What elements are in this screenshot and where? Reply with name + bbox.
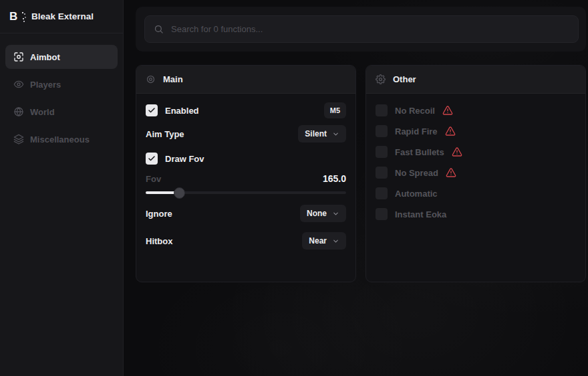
panel-other: Other No Recoil Rapid Fire Fast Bullets … bbox=[365, 65, 586, 282]
sidebar-item-players[interactable]: Players bbox=[5, 72, 118, 96]
warning-icon bbox=[452, 147, 462, 157]
sidebar-item-label: World bbox=[30, 107, 55, 117]
warning-icon bbox=[445, 126, 456, 136]
chevron-down-icon bbox=[332, 238, 339, 245]
warning-icon bbox=[442, 105, 453, 116]
app-title: Bleak External bbox=[31, 11, 94, 21]
sidebar-item-miscellaneous[interactable]: Miscellaneous bbox=[5, 127, 118, 151]
sidebar-nav: Aimbot Players World Miscellaneous bbox=[0, 33, 123, 160]
draw-fov-row: Draw Fov bbox=[146, 150, 346, 167]
no-spread-label: No Spread bbox=[395, 168, 438, 178]
panel-other-header: Other bbox=[366, 66, 585, 94]
enabled-label: Enabled bbox=[165, 106, 199, 116]
instant-eoka-label: Instant Eoka bbox=[395, 209, 446, 219]
fast-bullets-checkbox[interactable] bbox=[376, 146, 388, 158]
hitbox-value: Near bbox=[309, 236, 327, 246]
aim-type-value: Silent bbox=[305, 129, 327, 138]
logo-glitch-dots bbox=[22, 12, 23, 13]
rapid-fire-checkbox[interactable] bbox=[376, 125, 388, 137]
other-row-instant-eoka: Instant Eoka bbox=[376, 208, 576, 220]
enabled-toggle[interactable]: Enabled bbox=[146, 104, 199, 116]
chevron-down-icon bbox=[332, 130, 339, 138]
target-icon bbox=[146, 74, 156, 84]
panel-title: Other bbox=[393, 74, 416, 84]
fov-slider[interactable] bbox=[146, 187, 346, 198]
ignore-row: Ignore None bbox=[146, 205, 346, 222]
gear-icon bbox=[376, 74, 386, 84]
instant-eoka-checkbox[interactable] bbox=[376, 208, 388, 220]
automatic-checkbox[interactable] bbox=[376, 187, 388, 199]
ignore-label: Ignore bbox=[146, 209, 172, 219]
layers-icon bbox=[13, 134, 24, 145]
globe-icon bbox=[13, 106, 24, 117]
hitbox-label: Hitbox bbox=[146, 236, 172, 246]
ignore-dropdown[interactable]: None bbox=[300, 205, 346, 222]
other-row-rapid-fire: Rapid Fire bbox=[376, 125, 576, 137]
search-icon bbox=[154, 24, 164, 34]
no-recoil-checkbox[interactable] bbox=[376, 104, 388, 116]
sidebar-item-world[interactable]: World bbox=[5, 100, 118, 124]
hitbox-dropdown[interactable]: Near bbox=[302, 232, 346, 250]
no-spread-checkbox[interactable] bbox=[376, 167, 388, 179]
enabled-checkbox[interactable] bbox=[146, 104, 158, 116]
crosshair-icon bbox=[13, 52, 24, 62]
aim-type-label: Aim Type bbox=[146, 129, 184, 139]
ignore-value: None bbox=[307, 209, 327, 218]
sidebar-item-label: Miscellaneous bbox=[30, 134, 90, 145]
search-panel: Search for 0 functions... bbox=[136, 7, 586, 52]
rapid-fire-label: Rapid Fire bbox=[395, 126, 438, 136]
draw-fov-checkbox[interactable] bbox=[146, 153, 158, 165]
fast-bullets-label: Fast Bullets bbox=[395, 147, 444, 157]
other-row-no-spread: No Spread bbox=[376, 167, 576, 179]
draw-fov-label: Draw Fov bbox=[165, 154, 204, 164]
search-placeholder: Search for 0 functions... bbox=[171, 24, 263, 34]
fov-label: Fov bbox=[146, 174, 161, 184]
fov-value: 165.0 bbox=[323, 173, 346, 184]
warning-icon bbox=[446, 167, 456, 178]
app-logo-icon: B bbox=[9, 10, 24, 23]
other-row-automatic: Automatic bbox=[376, 187, 576, 199]
enabled-row: Enabled M5 bbox=[146, 102, 346, 119]
panel-main-header: Main bbox=[136, 66, 355, 94]
sidebar-item-aimbot[interactable]: Aimbot bbox=[5, 45, 118, 69]
aim-type-row: Aim Type Silent bbox=[146, 125, 346, 143]
panel-main: Main Enabled M5 Aim Type Silent Draw Fov bbox=[136, 65, 356, 282]
search-input[interactable]: Search for 0 functions... bbox=[144, 15, 579, 43]
other-row-fast-bullets: Fast Bullets bbox=[376, 146, 576, 158]
fov-slider-thumb[interactable] bbox=[174, 187, 185, 199]
panel-main-body: Enabled M5 Aim Type Silent Draw Fov Fov … bbox=[136, 102, 355, 250]
logo-glyph: B bbox=[9, 10, 17, 23]
sidebar-item-label: Aimbot bbox=[30, 52, 60, 62]
no-recoil-label: No Recoil bbox=[395, 106, 435, 116]
sidebar-item-label: Players bbox=[30, 80, 61, 90]
fov-row: Fov 165.0 bbox=[146, 173, 346, 185]
other-row-no-recoil: No Recoil bbox=[376, 104, 576, 116]
chevron-down-icon bbox=[332, 210, 339, 217]
aim-type-dropdown[interactable]: Silent bbox=[298, 125, 346, 143]
brand: B Bleak External bbox=[0, 0, 123, 33]
automatic-label: Automatic bbox=[395, 189, 438, 199]
check-icon bbox=[148, 155, 156, 163]
panel-title: Main bbox=[163, 74, 183, 84]
eye-icon bbox=[13, 79, 24, 90]
check-icon bbox=[148, 106, 156, 114]
sidebar: B Bleak External Aimbot Players World bbox=[0, 0, 124, 376]
keybind-button[interactable]: M5 bbox=[324, 102, 346, 118]
panel-other-body: No Recoil Rapid Fire Fast Bullets No Spr… bbox=[366, 104, 585, 220]
hitbox-row: Hitbox Near bbox=[146, 232, 346, 250]
